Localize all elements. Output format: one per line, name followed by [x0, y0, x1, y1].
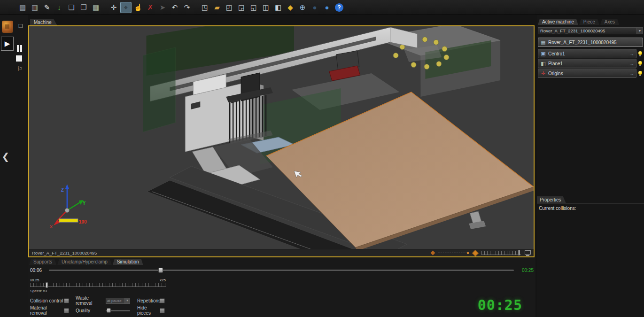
tree-row: ◧ Plane1 → [538, 59, 643, 68]
dropdown-arrow-icon[interactable]: ▼ [636, 28, 643, 34]
scale-bar [59, 219, 78, 222]
detach-arrow-icon[interactable]: → [629, 71, 634, 76]
machine-3d-scene[interactable]: Z Y X 100 [29, 26, 534, 249]
material-removal-checkbox[interactable] [64, 308, 69, 313]
tree-item-machine[interactable]: ▦ Rover_A_FT_2231_1000020495 [538, 38, 643, 47]
pan-hand-icon[interactable]: ☝ [132, 2, 144, 13]
import-document-icon[interactable]: ↓ [54, 2, 65, 13]
save-icon[interactable]: ▥ [29, 2, 40, 13]
timeline-handle[interactable] [158, 268, 163, 273]
screen-icon[interactable] [525, 250, 531, 256]
worksheet-icon[interactable]: ▤ [17, 2, 28, 13]
repetitions-checkbox[interactable] [160, 298, 165, 303]
tab-piece[interactable]: Piece [579, 19, 599, 25]
stop-simulation-button[interactable] [16, 55, 22, 62]
remove-selection-icon[interactable]: ✗ [145, 2, 156, 13]
speed-handle[interactable] [46, 282, 48, 288]
simulation-panel: Supports Uniclamp/Hyperclamp Simulation … [28, 257, 535, 317]
tree-item-label: Centro1 [548, 51, 565, 56]
play-simulation-button[interactable]: ▶ [1, 37, 14, 51]
shaded-view-icon[interactable]: ● [309, 2, 320, 13]
machine-selector-value: Rover_A_FT_2231_1000020495 [538, 28, 636, 33]
waste-removal-label: Waste removal [76, 295, 105, 306]
tab-machine[interactable]: Machine [30, 19, 57, 25]
realistic-view-icon[interactable]: ● [321, 2, 333, 13]
properties-header[interactable]: Properties [537, 196, 566, 203]
help-icon[interactable]: ? [335, 3, 343, 12]
waste-removal-dropdown[interactable]: at pause ▼ [106, 298, 130, 304]
origins-icon: ✛ [540, 70, 546, 77]
table-icon[interactable]: ▦ [90, 2, 101, 13]
axis-y-label: Y [83, 201, 86, 206]
quality-label: Quality [76, 308, 105, 313]
toolbar-icons: ▤▥✎↓❏❐▦✛⌖☝✗➤↶↷◳▰◰◲◱◫◧◆⊕●●? [17, 2, 345, 13]
work-center-icon: ▣ [540, 51, 546, 57]
view-projection-icon[interactable]: ◧ [272, 2, 284, 13]
machine-tree: ▦ Rover_A_FT_2231_1000020495 ▣ Centro1 →… [538, 38, 643, 78]
flag-marker-icon[interactable]: ⚐ [16, 65, 23, 72]
view-split-icon[interactable]: ◫ [260, 2, 272, 13]
active-machine-status-label: Rover_A_FT_2231_1000020495 [32, 250, 97, 255]
tab-uniclamp-hyperclamp[interactable]: Uniclamp/Hyperclamp [57, 259, 112, 265]
detach-arrow-icon[interactable]: → [629, 61, 634, 66]
visibility-bulb-icon[interactable] [637, 71, 643, 76]
application-window: ▤▥✎↓❏❐▦✛⌖☝✗➤↶↷◳▰◰◲◱◫◧◆⊕●●? ❏ ▶ ⚐ ❮ Machi… [0, 0, 644, 317]
speed-value-label: Speed: x3 [30, 289, 171, 293]
edit-document-icon[interactable]: ✎ [41, 2, 53, 13]
axis-x-label: X [50, 224, 53, 229]
view-bottom-icon[interactable]: ◱ [248, 2, 259, 13]
main-toolbar: ▤▥✎↓❏❐▦✛⌖☝✗➤↶↷◳▰◰◲◱◫◧◆⊕●●? [0, 0, 644, 15]
play-icon: ▶ [5, 39, 10, 48]
tree-item-plane1[interactable]: ◧ Plane1 → [538, 59, 636, 68]
zoom-ruler[interactable] [481, 251, 521, 255]
machine-icon: ▦ [540, 39, 546, 46]
timeline-track[interactable] [49, 270, 514, 271]
pause-simulation-button[interactable] [17, 45, 22, 52]
wireframe-globe-icon[interactable]: ⊕ [297, 2, 308, 13]
undo-icon[interactable]: ↶ [169, 2, 180, 13]
clamp-diamond-icon[interactable] [472, 249, 479, 256]
viewport-area: Machine [28, 15, 535, 257]
tree-item-centro1[interactable]: ▣ Centro1 → [538, 49, 636, 58]
simulation-timer: 00:25 [478, 297, 522, 313]
redo-icon[interactable]: ↷ [181, 2, 193, 13]
material-removal-label: Material removal [30, 305, 64, 316]
tab-simulation[interactable]: Simulation [113, 259, 143, 265]
tree-row: ▣ Centro1 → [538, 49, 643, 58]
tab-active-machine[interactable]: Active machine [538, 19, 578, 25]
speed-slider[interactable] [30, 283, 166, 287]
clamp-range-slider[interactable] [438, 253, 469, 254]
machine-selector-dropdown[interactable]: Rover_A_FT_2231_1000020495 ▼ [538, 27, 643, 34]
dropdown-arrow-icon[interactable]: ▼ [124, 298, 130, 303]
render-quality-icon[interactable]: ◆ [285, 2, 296, 13]
timeline-total: 00:25 [518, 268, 534, 273]
collision-control-checkbox[interactable] [64, 298, 69, 303]
tab-supports[interactable]: Supports [29, 259, 56, 265]
waste-removal-value: at pause [106, 299, 124, 303]
undock-panel-icon[interactable]: ❏ [17, 23, 24, 29]
tree-item-origins[interactable]: ✛ Origins → [538, 69, 636, 78]
visibility-bulb-icon[interactable] [637, 61, 643, 66]
viewport-frame: Z Y X 100 Rover_A_FT_2231_1000020495 [28, 25, 535, 257]
speed-max-label: x25 [160, 278, 166, 282]
simulation-tool-icon[interactable]: ⌖ [120, 2, 132, 13]
duplicate-icon[interactable]: ❐ [78, 2, 89, 13]
tree-row: ▦ Rover_A_FT_2231_1000020495 [538, 38, 643, 47]
tab-axes[interactable]: Axes [600, 19, 619, 25]
view-left-icon[interactable]: ◰ [224, 2, 235, 13]
view-right-icon[interactable]: ◲ [236, 2, 247, 13]
view-solid-yellow-icon[interactable]: ▰ [211, 2, 223, 13]
quality-slider[interactable] [106, 310, 130, 311]
pointer-dark-icon[interactable]: ➤ [157, 2, 168, 13]
view-front-icon[interactable]: ◳ [199, 2, 210, 13]
copy-icon[interactable]: ❏ [66, 2, 77, 13]
axis-z-label: Z [61, 187, 64, 193]
collapse-panel-chevron-icon[interactable]: ❮ [1, 150, 10, 162]
hide-pieces-checkbox[interactable] [160, 308, 165, 313]
tree-row: ✛ Origins → [538, 69, 643, 78]
tree-item-label: Origins [548, 71, 563, 76]
move-tool-icon[interactable]: ✛ [108, 2, 119, 13]
detach-arrow-icon[interactable]: → [629, 51, 634, 56]
quality-handle[interactable] [107, 308, 111, 313]
visibility-bulb-icon[interactable] [637, 51, 643, 56]
